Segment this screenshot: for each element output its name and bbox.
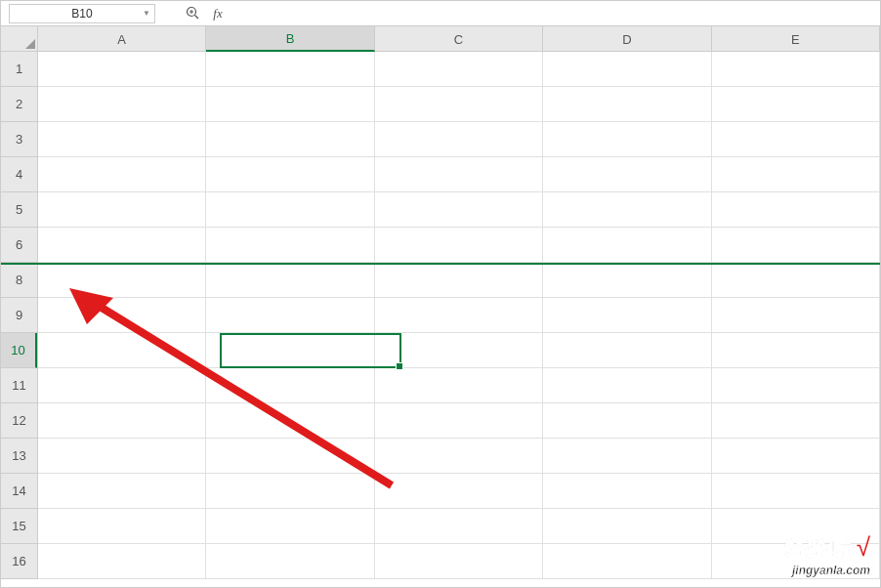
cell[interactable] [375,368,543,403]
row-header[interactable]: 14 [1,474,37,509]
cell[interactable] [206,263,374,298]
col-header-e[interactable]: E [712,26,880,52]
cell[interactable] [38,263,206,298]
cell[interactable] [38,192,206,228]
cell[interactable] [712,333,880,368]
cell[interactable] [375,192,543,228]
cell[interactable] [38,87,206,122]
cell[interactable] [375,439,543,474]
cell[interactable] [38,157,206,192]
cell[interactable] [712,439,880,474]
cell[interactable] [38,228,206,263]
cell[interactable] [38,474,206,509]
cell[interactable] [206,122,374,157]
cell[interactable] [375,333,543,368]
cell[interactable] [38,368,206,403]
cell[interactable] [206,368,374,403]
row-header[interactable]: 4 [1,157,37,192]
cell[interactable] [712,403,880,439]
cell[interactable] [375,474,543,509]
cell[interactable] [543,439,711,474]
row-header[interactable]: 16 [1,544,37,579]
cell[interactable] [543,403,711,439]
cell[interactable] [38,333,206,368]
row-header[interactable]: 9 [1,298,37,333]
row-header[interactable]: 10 [1,333,37,368]
fx-icon[interactable]: fx [210,6,226,21]
cell[interactable] [38,403,206,439]
cell[interactable] [543,228,711,263]
cell[interactable] [712,157,880,192]
cell[interactable] [712,263,880,298]
cell[interactable] [206,157,374,192]
zoom-icon[interactable] [185,6,200,21]
cell[interactable] [712,52,880,87]
cell[interactable] [712,298,880,333]
cell[interactable] [206,333,374,368]
row-header[interactable]: 2 [1,87,37,122]
cell[interactable] [38,509,206,544]
cell[interactable] [38,439,206,474]
cell[interactable] [375,509,543,544]
cell[interactable] [206,544,374,579]
cell[interactable] [543,509,711,544]
cell[interactable] [206,439,374,474]
cell[interactable] [38,298,206,333]
cell[interactable] [206,509,374,544]
cell[interactable] [206,52,374,87]
cell[interactable] [543,263,711,298]
row-header[interactable]: 13 [1,439,37,474]
row-header[interactable]: 12 [1,403,37,439]
cell[interactable] [375,403,543,439]
cell[interactable] [543,333,711,368]
cell[interactable] [543,474,711,509]
row-header[interactable]: 1 [1,52,37,87]
cell[interactable] [712,122,880,157]
cell[interactable] [206,228,374,263]
formula-input[interactable] [235,4,876,23]
cell[interactable] [712,228,880,263]
cell[interactable] [375,87,543,122]
cell[interactable] [375,544,543,579]
row-header[interactable]: 11 [1,368,37,403]
row-header[interactable]: 8 [1,263,37,298]
cell[interactable] [712,192,880,228]
cell[interactable] [375,122,543,157]
cell[interactable] [543,87,711,122]
cells-area[interactable] [38,52,880,579]
row-header[interactable]: 15 [1,509,37,544]
select-all-corner[interactable] [1,26,38,52]
cell[interactable] [375,228,543,263]
col-header-a[interactable]: A [38,26,206,52]
cell[interactable] [206,403,374,439]
cell[interactable] [543,52,711,87]
row-header[interactable]: 5 [1,192,37,228]
cell[interactable] [712,87,880,122]
name-box[interactable]: B10 ▼ [9,4,155,23]
row [38,263,880,298]
cell[interactable] [543,122,711,157]
cell[interactable] [206,298,374,333]
cell[interactable] [206,474,374,509]
row-header[interactable]: 6 [1,228,37,263]
cell[interactable] [712,474,880,509]
cell[interactable] [38,52,206,87]
cell[interactable] [375,52,543,87]
col-header-b[interactable]: B [206,26,374,52]
row-header[interactable]: 3 [1,122,37,157]
cell[interactable] [543,544,711,579]
cell[interactable] [375,157,543,192]
cell[interactable] [712,368,880,403]
cell[interactable] [543,157,711,192]
cell[interactable] [38,122,206,157]
cell[interactable] [543,368,711,403]
cell[interactable] [38,544,206,579]
cell[interactable] [206,87,374,122]
cell[interactable] [206,192,374,228]
col-header-c[interactable]: C [375,26,543,52]
col-header-d[interactable]: D [543,26,711,52]
cell[interactable] [375,263,543,298]
cell[interactable] [375,298,543,333]
cell[interactable] [543,192,711,228]
cell[interactable] [543,298,711,333]
